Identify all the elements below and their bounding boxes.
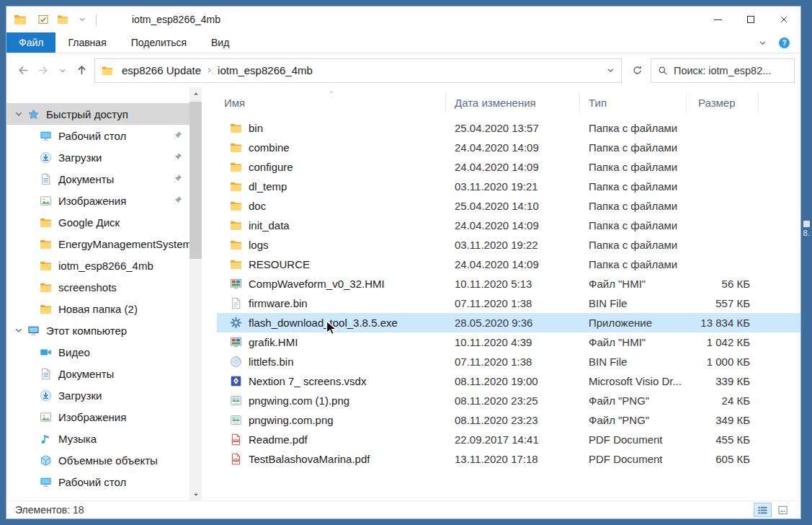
column-header-size[interactable]: Размер bbox=[687, 92, 759, 113]
file-date: 08.11.2020 23:23 bbox=[446, 414, 580, 426]
hmi-file-icon bbox=[230, 278, 242, 290]
sidebar-item-downloads[interactable]: Загрузки bbox=[6, 384, 189, 406]
visio-file-icon bbox=[230, 375, 242, 387]
file-type: Папка с файлами bbox=[580, 239, 687, 251]
file-row[interactable]: configure24.04.2020 14:09Папка с файлами bbox=[217, 157, 800, 177]
up-button[interactable] bbox=[72, 61, 92, 80]
file-row[interactable]: combine24.04.2020 14:09Папка с файлами bbox=[217, 138, 800, 157]
sidebar-item-label: Загрузки bbox=[58, 151, 102, 164]
sidebar-item-3d-objects[interactable]: Объемные объекты bbox=[6, 449, 189, 471]
column-header-name[interactable]: Имя bbox=[217, 92, 446, 113]
file-name: pngwing.com.png bbox=[249, 414, 334, 426]
back-button[interactable] bbox=[14, 61, 33, 80]
file-row[interactable]: CompWaveform_v0_32.HMI10.11.2020 5:13Фай… bbox=[217, 274, 800, 294]
sidebar-item-energy-management[interactable]: EnergyManagementSystemN bbox=[6, 233, 189, 255]
file-type: BIN File bbox=[580, 297, 687, 309]
address-dropdown-button[interactable] bbox=[601, 59, 620, 82]
search-input[interactable] bbox=[674, 65, 788, 76]
file-row[interactable]: pngwing.com.png08.11.2020 23:23Файл "PNG… bbox=[217, 410, 800, 430]
help-button[interactable]: ? bbox=[778, 37, 790, 49]
sidebar-item-desktop[interactable]: Рабочий стол bbox=[6, 471, 189, 493]
file-date: 24.04.2020 14:09 bbox=[446, 161, 580, 173]
chevron-down-icon[interactable] bbox=[14, 326, 23, 335]
file-row[interactable]: init_data24.04.2020 14:09Папка с файлами bbox=[217, 216, 800, 235]
qat-properties-button[interactable] bbox=[34, 11, 52, 29]
file-row[interactable]: PDFTestBalashovaMarina.pdf13.11.2020 17:… bbox=[217, 449, 800, 469]
file-row[interactable]: PDFReadme.pdf22.09.2017 14:41PDF Documen… bbox=[217, 430, 800, 449]
sidebar-item-this-pc[interactable]: Этот компьютер bbox=[6, 319, 189, 341]
breadcrumb: esp8266 Updateiotm_esp8266_4mb bbox=[117, 64, 317, 76]
file-row[interactable]: grafik.HMI10.11.2020 4:39Файл "HMI"1 042… bbox=[217, 332, 800, 352]
ribbon-tab-file[interactable]: Файл bbox=[6, 32, 55, 53]
png-file-icon bbox=[230, 394, 242, 407]
sidebar-item-pictures-pinned[interactable]: Изображения bbox=[6, 190, 189, 211]
file-row[interactable]: doc25.04.2020 14:10Папка с файлами bbox=[217, 196, 800, 216]
file-name: combine bbox=[249, 141, 290, 154]
sidebar-item-music[interactable]: Музыка bbox=[6, 428, 189, 449]
chevron-down-icon[interactable] bbox=[14, 110, 23, 118]
column-header-date[interactable]: Дата изменения bbox=[446, 92, 580, 113]
file-row[interactable]: firmware.bin07.11.2020 1:38BIN File557 К… bbox=[217, 294, 800, 313]
recent-locations-button[interactable] bbox=[53, 61, 72, 80]
scroll-up-button[interactable] bbox=[189, 87, 202, 100]
ribbon-expand-button[interactable] bbox=[759, 39, 767, 47]
file-name-cell: dl_temp bbox=[217, 180, 446, 193]
sidebar-item-iotm-esp8266-4mb[interactable]: iotm_esp8266_4mb bbox=[6, 255, 189, 276]
column-header-type[interactable]: Тип bbox=[580, 92, 687, 113]
sidebar-item-quick-access[interactable]: Быстрый доступ bbox=[6, 103, 189, 125]
sidebar-item-google-disk[interactable]: Google Диск bbox=[6, 211, 189, 233]
qat-new-folder-button[interactable] bbox=[53, 11, 71, 29]
file-type: Папка с файлами bbox=[580, 180, 687, 193]
refresh-button[interactable] bbox=[627, 61, 647, 81]
ribbon-tabs: ФайлГлавнаяПоделитьсяВид bbox=[6, 32, 241, 53]
breadcrumb-segment[interactable]: iotm_esp8266_4mb bbox=[213, 64, 317, 76]
downloads-icon bbox=[40, 151, 52, 164]
file-row[interactable]: logs03.11.2020 19:22Папка с файлами bbox=[217, 235, 800, 255]
file-row[interactable]: pngwing.com (1).png08.11.2020 23:25Файл … bbox=[217, 391, 800, 410]
file-name: TestBalashovaMarina.pdf bbox=[249, 453, 370, 465]
minimize-button[interactable] bbox=[701, 6, 734, 32]
window-title: iotm_esp8266_4mb bbox=[132, 14, 220, 25]
file-type: Папка с файлами bbox=[580, 122, 687, 134]
thumbnails-view-button[interactable] bbox=[774, 503, 792, 517]
sidebar-item-pictures[interactable]: Изображения bbox=[6, 406, 189, 428]
search-box[interactable] bbox=[651, 58, 795, 83]
qat-customize-button[interactable] bbox=[73, 11, 91, 29]
sidebar-item-documents[interactable]: Документы bbox=[6, 363, 189, 384]
file-row[interactable]: RESOURCE24.04.2020 14:09Папка с файлами bbox=[217, 255, 800, 274]
sidebar-item-label: screenshots bbox=[58, 281, 117, 294]
file-row[interactable]: flash_download_tool_3.8.5.exe28.05.2020 … bbox=[217, 313, 800, 332]
png-file-icon bbox=[230, 414, 242, 426]
sidebar-item-desktop-pinned[interactable]: Рабочий стол bbox=[6, 125, 189, 146]
sidebar-item-screenshots[interactable]: screenshots bbox=[6, 276, 189, 298]
titlebar[interactable]: iotm_esp8266_4mb bbox=[6, 6, 800, 32]
view-buttons bbox=[754, 503, 792, 517]
sidebar-item-downloads-pinned[interactable]: Загрузки bbox=[6, 146, 189, 168]
file-row[interactable]: Nextion 7_ screens.vsdx08.11.2020 19:00M… bbox=[217, 371, 800, 391]
thumbnail-view-icon bbox=[777, 505, 788, 516]
sidebar-item-new-folder-2[interactable]: Новая папка (2) bbox=[6, 298, 189, 319]
ribbon-tab-home[interactable]: Главная bbox=[55, 32, 118, 53]
forward-button[interactable] bbox=[33, 61, 53, 80]
sidebar-scrollbar[interactable] bbox=[189, 87, 202, 500]
sidebar-item-label: Google Диск bbox=[58, 216, 120, 229]
scrollbar-thumb[interactable] bbox=[189, 102, 202, 259]
close-button[interactable] bbox=[767, 6, 800, 32]
file-row[interactable]: bin25.04.2020 13:57Папка с файлами bbox=[217, 118, 800, 138]
file-row[interactable]: dl_temp03.11.2020 19:21Папка с файлами bbox=[217, 177, 800, 196]
details-view-icon bbox=[757, 505, 768, 516]
file-name: Readme.pdf bbox=[249, 433, 308, 446]
scroll-down-button[interactable] bbox=[189, 488, 202, 500]
file-size: 557 КБ bbox=[687, 297, 759, 309]
folder-icon bbox=[230, 200, 242, 212]
breadcrumb-segment[interactable]: esp8266 Update bbox=[117, 64, 205, 76]
sidebar-item-video[interactable]: Видео bbox=[6, 341, 189, 363]
ribbon-tab-view[interactable]: Вид bbox=[199, 32, 241, 53]
folder-icon bbox=[102, 65, 113, 76]
sidebar-item-documents-pinned[interactable]: Документы bbox=[6, 168, 189, 190]
ribbon-tab-share[interactable]: Поделиться bbox=[119, 32, 199, 53]
address-bar[interactable]: esp8266 Updateiotm_esp8266_4mb bbox=[94, 58, 622, 83]
file-row[interactable]: littlefs.bin07.11.2020 1:38BIN File1 000… bbox=[217, 352, 800, 371]
details-view-button[interactable] bbox=[754, 503, 772, 517]
maximize-button[interactable] bbox=[734, 6, 767, 32]
